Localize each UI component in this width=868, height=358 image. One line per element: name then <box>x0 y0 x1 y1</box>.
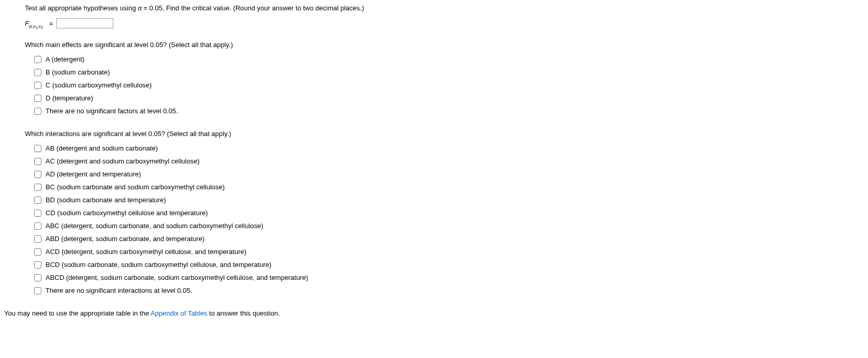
checkbox-row: There are no significant interactions at… <box>34 284 864 297</box>
checkbox-label: C (sodium carboxymethyl cellulose) <box>46 81 152 89</box>
checkbox-row: D (temperature) <box>34 92 864 105</box>
footer-note: You may need to use the appropriate tabl… <box>4 309 864 317</box>
checkbox-int-abc[interactable] <box>34 222 41 230</box>
checkbox-main-d[interactable] <box>34 95 41 102</box>
checkbox-row: ABCD (detergent, sodium carbonate, sodiu… <box>34 271 864 284</box>
checkbox-int-ab[interactable] <box>34 145 41 152</box>
q2-text: Which main effects are significant at le… <box>25 41 864 49</box>
checkbox-row: B (sodium carbonate) <box>34 66 864 79</box>
checkbox-row: C (sodium carboxymethyl cellulose) <box>34 79 864 92</box>
footer-suffix: to answer this question. <box>207 309 279 317</box>
checkbox-row: There are no significant factors at leve… <box>34 105 864 117</box>
checkbox-label: ACD (detergent, sodium carboxymethyl cel… <box>46 248 246 256</box>
checkbox-row: AC (detergent and sodium carboxymethyl c… <box>34 155 864 168</box>
main-effects-group: A (detergent) B (sodium carbonate) C (so… <box>25 53 864 117</box>
checkbox-int-abcd[interactable] <box>34 274 41 281</box>
q1-prefix: Test all appropriate hypotheses using <box>25 4 138 12</box>
checkbox-label: There are no significant factors at leve… <box>46 107 178 115</box>
checkbox-main-a[interactable] <box>34 56 41 63</box>
checkbox-int-none[interactable] <box>34 287 41 294</box>
checkbox-int-bd[interactable] <box>34 197 41 204</box>
formula-row: Fα,ν1,ν2 = <box>25 18 864 28</box>
checkbox-label: A (detergent) <box>46 55 84 63</box>
checkbox-main-b[interactable] <box>34 69 41 76</box>
checkbox-int-ad[interactable] <box>34 171 41 178</box>
checkbox-label: BCD (sodium carbonate, sodium carboxymet… <box>46 261 271 268</box>
equals-sign: = <box>49 20 53 27</box>
checkbox-label: ABCD (detergent, sodium carbonate, sodiu… <box>46 274 308 281</box>
appendix-link[interactable]: Appendix of Tables <box>151 309 208 317</box>
checkbox-row: BCD (sodium carbonate, sodium carboxymet… <box>34 258 864 271</box>
checkbox-label: ABC (detergent, sodium carbonate, and so… <box>46 222 263 230</box>
checkbox-int-ac[interactable] <box>34 158 41 165</box>
checkbox-row: CD (sodium carboxymethyl cellulose and t… <box>34 206 864 219</box>
checkbox-int-bc[interactable] <box>34 184 41 191</box>
checkbox-row: A (detergent) <box>34 53 864 66</box>
q3-text: Which interactions are significant at le… <box>25 130 864 138</box>
checkbox-label: B (sodium carbonate) <box>46 68 110 76</box>
checkbox-label: BD (sodium carbonate and temperature) <box>46 196 166 204</box>
q1-alpha: α <box>138 4 141 12</box>
checkbox-int-abd[interactable] <box>34 235 41 243</box>
checkbox-int-bcd[interactable] <box>34 261 41 268</box>
checkbox-row: BC (sodium carbonate and sodium carboxym… <box>34 181 864 193</box>
checkbox-label: D (temperature) <box>46 94 93 102</box>
critical-value-input[interactable] <box>56 18 113 28</box>
checkbox-label: CD (sodium carboxymethyl cellulose and t… <box>46 209 208 217</box>
checkbox-main-none[interactable] <box>34 108 41 115</box>
checkbox-label: BC (sodium carbonate and sodium carboxym… <box>46 183 225 191</box>
checkbox-row: AB (detergent and sodium carbonate) <box>34 142 864 155</box>
checkbox-row: BD (sodium carbonate and temperature) <box>34 193 864 206</box>
checkbox-label: ABD (detergent, sodium carbonate, and te… <box>46 235 204 243</box>
checkbox-row: ACD (detergent, sodium carboxymethyl cel… <box>34 245 864 258</box>
footer-prefix: You may need to use the appropriate tabl… <box>4 309 151 317</box>
interactions-group: AB (detergent and sodium carbonate) AC (… <box>25 142 864 297</box>
checkbox-row: ABD (detergent, sodium carbonate, and te… <box>34 232 864 245</box>
checkbox-label: There are no significant interactions at… <box>46 287 192 294</box>
checkbox-row: ABC (detergent, sodium carbonate, and so… <box>34 219 864 232</box>
checkbox-label: AB (detergent and sodium carbonate) <box>46 144 158 152</box>
question-hypotheses: Test all appropriate hypotheses using α … <box>25 4 864 12</box>
checkbox-label: AC (detergent and sodium carboxymethyl c… <box>46 157 200 165</box>
formula-f: Fα,ν1,ν2 <box>25 20 43 27</box>
q1-suffix: = 0.05. Find the critical value. (Round … <box>142 4 364 12</box>
checkbox-label: AD (detergent and temperature) <box>46 170 141 178</box>
checkbox-int-cd[interactable] <box>34 210 41 217</box>
checkbox-main-c[interactable] <box>34 82 41 89</box>
checkbox-int-acd[interactable] <box>34 248 41 256</box>
checkbox-row: AD (detergent and temperature) <box>34 168 864 181</box>
